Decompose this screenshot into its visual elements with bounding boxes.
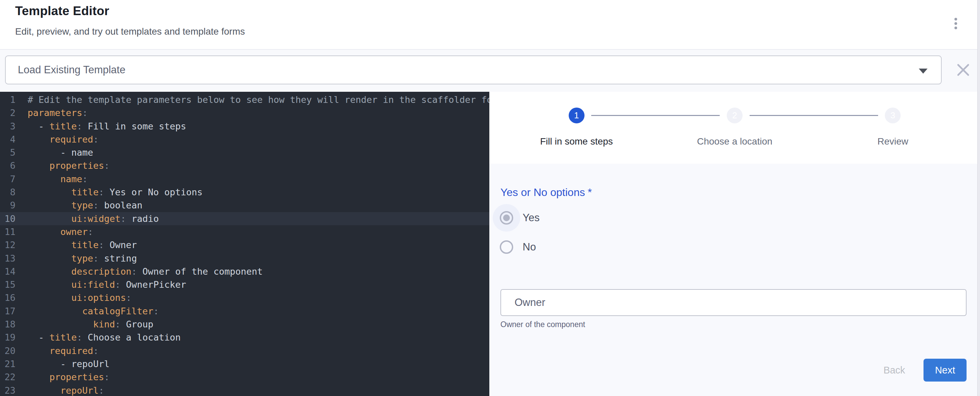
- code-line: 5 - name: [0, 146, 489, 159]
- code-text: properties:: [27, 371, 110, 383]
- radio-halo: [493, 204, 520, 232]
- code-text: title: Yes or No options: [27, 186, 202, 199]
- line-number: 2: [0, 106, 16, 119]
- page-header: Template Editor Edit, preview, and try o…: [0, 0, 980, 49]
- line-number: 4: [0, 133, 16, 146]
- close-icon: [956, 62, 970, 77]
- code-text: repoUrl:: [27, 384, 104, 396]
- step-circle-3: 3: [885, 108, 900, 123]
- code-line: 14 description: Owner of the component: [0, 265, 489, 278]
- step-label: Fill in some steps: [497, 136, 655, 147]
- line-number: 9: [0, 199, 16, 212]
- line-number: 7: [0, 172, 16, 186]
- line-number: 3: [0, 120, 16, 133]
- line-number: 22: [0, 371, 16, 383]
- stepper-circles: 123: [497, 92, 972, 123]
- yaml-code-editor[interactable]: 1# Edit the template parameters below to…: [0, 92, 489, 396]
- form-footer: Back Next: [500, 359, 967, 382]
- line-number: 21: [0, 357, 16, 371]
- more-options-button[interactable]: [949, 14, 963, 33]
- radio-label: No: [523, 241, 536, 253]
- code-line: 18 kind: Group: [0, 318, 489, 331]
- line-number: 20: [0, 344, 16, 357]
- main-split: 1# Edit the template parameters below to…: [0, 92, 980, 396]
- page-subtitle: Edit, preview, and try out templates and…: [15, 26, 245, 37]
- code-line: 8 title: Yes or No options: [0, 186, 489, 199]
- code-line: 6 properties:: [0, 159, 489, 172]
- template-load-toolbar: Load Existing Template: [0, 49, 980, 92]
- line-number: 17: [0, 305, 16, 318]
- code-text: required:: [27, 344, 99, 357]
- code-line-active: 10 ui:widget: radio: [0, 212, 489, 225]
- code-text: kind: Group: [27, 318, 153, 331]
- step-label: Choose a location: [655, 136, 813, 147]
- next-button[interactable]: Next: [923, 359, 967, 382]
- code-line: 23 repoUrl:: [0, 384, 489, 396]
- stepper-connector: [749, 115, 878, 116]
- load-existing-template-select[interactable]: Load Existing Template: [5, 56, 942, 84]
- owner-helper-text: Owner of the component: [500, 320, 967, 329]
- code-line: 21 - repoUrl: [0, 357, 489, 371]
- code-line: 1# Edit the template parameters below to…: [0, 93, 489, 106]
- code-line: 22 properties:: [0, 371, 489, 383]
- stepper-labels: Fill in some stepsChoose a locationRevie…: [497, 136, 972, 147]
- code-line: 4 required:: [0, 133, 489, 146]
- code-text: - repoUrl: [27, 357, 110, 371]
- line-number: 23: [0, 384, 16, 396]
- code-line: 13 type: string: [0, 252, 489, 265]
- back-button[interactable]: Back: [880, 365, 908, 376]
- close-template-editor-button[interactable]: [956, 62, 970, 77]
- radio-label: Yes: [523, 212, 540, 224]
- radio-group-label-text: Yes or No options: [500, 186, 585, 198]
- code-line: 7 name:: [0, 172, 489, 186]
- kebab-icon: [955, 27, 957, 29]
- code-text: ui:widget: radio: [27, 212, 159, 225]
- owner-input[interactable]: Owner: [500, 289, 967, 316]
- stepper: 123 Fill in some stepsChoose a locationR…: [489, 92, 980, 164]
- code-text: properties:: [27, 159, 110, 172]
- line-number: 15: [0, 278, 16, 291]
- line-number: 5: [0, 146, 16, 159]
- code-text: - title: Fill in some steps: [27, 120, 186, 133]
- code-text: name:: [27, 172, 88, 186]
- code-text: ui:field: OwnerPicker: [27, 278, 186, 291]
- code-text: ui:options:: [27, 291, 132, 304]
- code-line: 9 type: boolean: [0, 199, 489, 212]
- line-number: 19: [0, 331, 16, 344]
- code-text: # Edit the template parameters below to …: [27, 93, 489, 106]
- code-text: type: boolean: [27, 199, 142, 212]
- line-number: 10: [0, 212, 16, 225]
- kebab-icon: [955, 18, 957, 21]
- radio-unselected-icon: [500, 240, 513, 254]
- yes-no-radio-group: YesNo: [500, 204, 967, 261]
- code-text: parameters:: [27, 106, 88, 119]
- code-text: title: Owner: [27, 239, 137, 251]
- template-form-preview: 123 Fill in some stepsChoose a locationR…: [489, 92, 980, 396]
- code-line: 12 title: Owner: [0, 239, 489, 251]
- line-number: 14: [0, 265, 16, 278]
- radio-option-yes[interactable]: Yes: [493, 204, 967, 232]
- stepper-connector: [591, 115, 720, 116]
- radio-selected-icon: [500, 211, 513, 224]
- required-asterisk: *: [587, 186, 592, 198]
- code-text: - name: [27, 146, 93, 159]
- code-text: description: Owner of the component: [27, 265, 262, 278]
- owner-input-label: Owner: [515, 296, 545, 309]
- page-scrollbar[interactable]: [977, 0, 980, 396]
- page-title: Template Editor: [15, 4, 109, 18]
- line-number: 1: [0, 93, 16, 106]
- line-number: 6: [0, 159, 16, 172]
- code-line: 16 ui:options:: [0, 291, 489, 304]
- code-line: 19 - title: Choose a location: [0, 331, 489, 344]
- code-line: 3 - title: Fill in some steps: [0, 120, 489, 133]
- radio-halo: [493, 233, 520, 261]
- line-number: 16: [0, 291, 16, 304]
- form-step-content: Yes or No options* YesNo Owner Owner of …: [489, 164, 980, 396]
- code-text: catalogFilter:: [27, 305, 159, 318]
- code-line: 11 owner:: [0, 225, 489, 239]
- line-number: 13: [0, 252, 16, 265]
- radio-option-no[interactable]: No: [493, 233, 967, 261]
- line-number: 8: [0, 186, 16, 199]
- step-circle-1: 1: [569, 108, 584, 123]
- code-line: 20 required:: [0, 344, 489, 357]
